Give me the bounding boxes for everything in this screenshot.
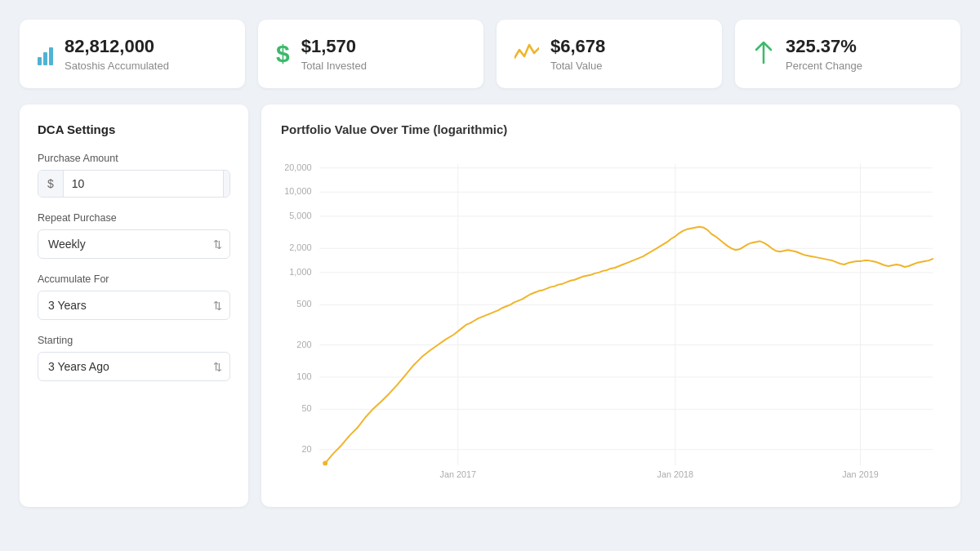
svg-text:2,000: 2,000	[289, 243, 311, 253]
accumulate-for-select[interactable]: 1 Year 2 Years 3 Years 5 Years 10 Years	[38, 291, 230, 320]
repeat-purchase-label: Repeat Purchase	[38, 212, 230, 224]
wave-icon	[514, 42, 539, 67]
accumulate-for-group: Accumulate For 1 Year 2 Years 3 Years 5 …	[38, 273, 230, 320]
purchase-amount-input[interactable]	[64, 171, 223, 197]
total-value-label: Total Value	[550, 60, 605, 72]
satoshis-value: 82,812,000	[65, 36, 169, 57]
card-total-value: $6,678 Total Value	[497, 20, 722, 88]
svg-text:Jan 2019: Jan 2019	[842, 470, 879, 480]
svg-text:1,000: 1,000	[289, 267, 311, 277]
card-invested: $ $1,570 Total Invested	[258, 20, 483, 88]
settings-panel: DCA Settings Purchase Amount $ .00 Repea…	[20, 104, 248, 507]
chart-panel: Portfolio Value Over Time (logarithmic) …	[261, 104, 960, 507]
svg-text:20,000: 20,000	[284, 162, 311, 172]
card-percent-change: 325.37% Percent Change	[735, 20, 960, 88]
arrow-up-icon	[753, 40, 774, 68]
accumulate-for-select-wrap: 1 Year 2 Years 3 Years 5 Years 10 Years	[38, 291, 230, 320]
purchase-amount-input-row: $ .00	[38, 170, 230, 198]
chart-title: Portfolio Value Over Time (logarithmic)	[281, 122, 941, 136]
svg-text:200: 200	[296, 340, 311, 349]
starting-select-wrap: 1 Year Ago 2 Years Ago 3 Years Ago 5 Yea…	[38, 352, 230, 381]
decimal-suffix: .00	[223, 171, 230, 197]
purchase-amount-group: Purchase Amount $ .00	[38, 153, 230, 198]
svg-text:5,000: 5,000	[289, 211, 311, 220]
percent-change-label: Percent Change	[786, 60, 862, 72]
svg-text:50: 50	[301, 404, 311, 414]
starting-select[interactable]: 1 Year Ago 2 Years Ago 3 Years Ago 5 Yea…	[38, 352, 230, 381]
total-value-value: $6,678	[550, 36, 605, 57]
invested-label: Total Invested	[301, 60, 367, 72]
dollar-icon: $	[276, 42, 290, 66]
starting-label: Starting	[38, 335, 230, 346]
percent-change-value: 325.37%	[786, 36, 862, 57]
bar-chart-icon	[38, 42, 53, 65]
settings-title: DCA Settings	[38, 122, 230, 136]
accumulate-for-label: Accumulate For	[38, 273, 230, 285]
svg-text:Jan 2017: Jan 2017	[439, 470, 476, 480]
purchase-amount-label: Purchase Amount	[38, 153, 230, 164]
svg-text:500: 500	[296, 300, 311, 309]
svg-text:100: 100	[296, 371, 311, 381]
dollar-prefix: $	[38, 171, 64, 197]
chart-area: 20,000 10,000 5,000 2,000 1,000 500 200 …	[281, 149, 941, 492]
card-satoshis: 82,812,000 Satoshis Accumulated	[20, 20, 245, 88]
repeat-purchase-select-wrap: Daily Weekly Monthly	[38, 229, 230, 259]
starting-group: Starting 1 Year Ago 2 Years Ago 3 Years …	[38, 335, 230, 381]
repeat-purchase-group: Repeat Purchase Daily Weekly Monthly	[38, 212, 230, 259]
invested-value: $1,570	[301, 36, 367, 57]
svg-text:10,000: 10,000	[284, 187, 311, 197]
svg-point-27	[323, 461, 327, 466]
top-cards: 82,812,000 Satoshis Accumulated $ $1,570…	[20, 20, 960, 88]
bottom-row: DCA Settings Purchase Amount $ .00 Repea…	[20, 104, 960, 507]
satoshis-label: Satoshis Accumulated	[65, 60, 169, 72]
svg-text:20: 20	[301, 444, 311, 454]
svg-text:Jan 2018: Jan 2018	[657, 470, 694, 480]
repeat-purchase-select[interactable]: Daily Weekly Monthly	[38, 229, 230, 259]
